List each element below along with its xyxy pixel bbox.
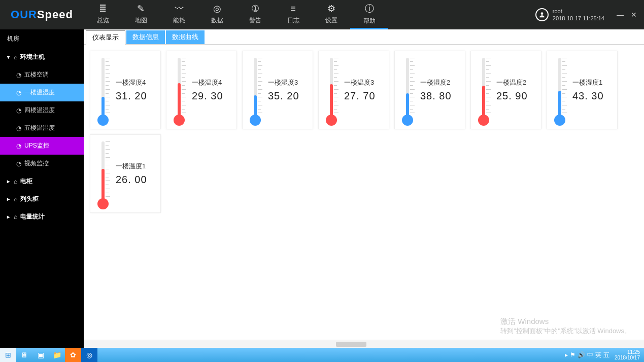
nav-item-3[interactable]: ◎数据 xyxy=(198,0,236,29)
taskbar-btn-app1[interactable]: ▣ xyxy=(32,348,49,362)
chevron-icon: ▸ xyxy=(7,196,10,202)
close-button[interactable]: ✕ xyxy=(631,11,637,19)
nav-icon: ✎ xyxy=(137,3,145,14)
tray-icon-1[interactable]: ⚑ xyxy=(569,351,577,358)
gauge-value: 35. 20 xyxy=(268,90,309,102)
thermometer-icon xyxy=(247,55,264,126)
sidebar-item-0-3[interactable]: ◔五楼温湿度 xyxy=(0,119,84,137)
sidebar-group-label: 电柜 xyxy=(20,177,32,186)
gauge-name: 一楼温度2 xyxy=(496,78,537,87)
tab-0[interactable]: 仪表显示 xyxy=(86,30,125,45)
tab-2[interactable]: 数据曲线 xyxy=(166,30,205,44)
sidebar-item-label: 视频监控 xyxy=(24,159,49,168)
sidebar-item-0-1[interactable]: ◔一楼温湿度 xyxy=(0,84,84,101)
sidebar-item-0-5[interactable]: ◔视频监控 xyxy=(0,155,84,172)
system-tray[interactable]: ▸⚑🔊中英五 xyxy=(564,351,611,359)
nav-icon: ≡ xyxy=(290,4,296,14)
taskbar-clock[interactable]: 11:25 2018/10/17 xyxy=(612,349,643,360)
taskbar-btn-start[interactable]: ⊞ xyxy=(0,348,16,362)
taskbar-btn-folder[interactable]: 📁 xyxy=(49,348,65,362)
gauge-icon: ◔ xyxy=(16,160,21,167)
nav-item-7[interactable]: ⓘ帮助 xyxy=(350,0,388,29)
taskbar-btn-xampp[interactable]: ✿ xyxy=(65,348,81,362)
chevron-icon: ▸ xyxy=(7,178,10,184)
gauge-name: 一楼温度1 xyxy=(116,162,156,171)
sidebar-group-2[interactable]: ▸⌂列头柜 xyxy=(0,190,84,208)
nav-item-6[interactable]: ⚙设置 xyxy=(312,0,350,29)
sidebar-item-label: 四楼温湿度 xyxy=(24,106,55,115)
window-controls: — ✕ xyxy=(609,0,644,29)
nav-icon: ① xyxy=(251,3,259,14)
tray-icon-0[interactable]: ▸ xyxy=(564,351,569,358)
sidebar-group-1[interactable]: ▸⌂电柜 xyxy=(0,172,84,190)
horizontal-scrollbar[interactable] xyxy=(84,340,644,348)
sidebar-header: 机房 xyxy=(0,29,84,48)
gauge-icon: ◔ xyxy=(16,89,21,96)
gauge-value: 29. 30 xyxy=(192,90,232,102)
avatar-icon xyxy=(535,8,549,21)
taskbar-btn-explorer[interactable]: 🖥 xyxy=(16,348,32,362)
tab-1[interactable]: 数据信息 xyxy=(126,30,165,44)
thermometer-icon xyxy=(399,55,416,126)
logo-part1: OUR xyxy=(11,8,37,21)
gauge-icon: ◔ xyxy=(16,125,21,132)
sidebar-group-3[interactable]: ▸⌂电量统计 xyxy=(0,208,84,226)
content-area: 仪表显示数据信息数据曲线 一楼湿度4 31. 20 一楼温度4 29. 30 xyxy=(84,29,644,348)
taskbar-btn-browser[interactable]: ◎ xyxy=(81,348,97,362)
sidebar-item-label: 五楼空调 xyxy=(24,70,49,79)
gauge-value: 27. 70 xyxy=(344,90,385,102)
nav-label: 总览 xyxy=(97,16,109,25)
nav-label: 日志 xyxy=(287,16,299,25)
chevron-icon: ▾ xyxy=(7,54,10,60)
nav-label: 设置 xyxy=(325,16,337,25)
gauge-value: 43. 30 xyxy=(572,90,613,102)
home-icon: ⌂ xyxy=(14,178,17,185)
thermometer-icon xyxy=(475,55,492,126)
thermometer-icon xyxy=(323,55,340,126)
app-logo: OURSpeed xyxy=(0,0,84,29)
nav-item-4[interactable]: ①警告 xyxy=(236,0,274,29)
minimize-button[interactable]: — xyxy=(617,11,624,19)
user-info: root 2018-10-17 11:25:14 xyxy=(553,8,604,22)
sidebar-item-0-2[interactable]: ◔四楼温湿度 xyxy=(0,101,84,119)
sidebar-item-0-0[interactable]: ◔五楼空调 xyxy=(0,66,84,84)
nav-label: 数据 xyxy=(211,16,223,25)
sidebar-item-0-4[interactable]: ◔UPS监控 xyxy=(0,137,84,155)
nav-item-1[interactable]: ✎地图 xyxy=(122,0,160,29)
tray-icon-2[interactable]: 🔊 xyxy=(577,351,586,358)
sidebar-group-label: 列头柜 xyxy=(20,195,39,203)
gauge-icon: ◔ xyxy=(16,107,21,114)
user-block[interactable]: root 2018-10-17 11:25:14 xyxy=(530,0,609,29)
nav-label: 警告 xyxy=(249,16,261,25)
home-icon: ⌂ xyxy=(14,213,17,221)
sidebar-group-0[interactable]: ▾⌂环境主机 xyxy=(0,48,84,66)
gauge-card-6: 一楼湿度1 43. 30 xyxy=(547,51,618,129)
gauge-name: 一楼温度3 xyxy=(344,78,385,87)
gauge-name: 一楼湿度4 xyxy=(116,78,156,87)
content-tabs: 仪表显示数据信息数据曲线 xyxy=(84,29,644,45)
top-nav: ≣总览✎地图〰能耗◎数据①警告≡日志⚙设置ⓘ帮助 xyxy=(84,0,388,29)
tray-icon-3[interactable]: 中 xyxy=(586,351,594,358)
tray-icon-4[interactable]: 英 xyxy=(594,351,602,358)
gauge-icon: ◔ xyxy=(16,142,21,150)
gauge-value: 38. 80 xyxy=(420,90,461,102)
thermometer-icon xyxy=(94,138,112,209)
taskbar-left: ⊞🖥▣📁✿◎ xyxy=(0,348,97,362)
nav-item-0[interactable]: ≣总览 xyxy=(84,0,122,29)
thermometer-icon xyxy=(171,55,188,126)
nav-icon: ⚙ xyxy=(327,3,335,14)
gauge-card-2: 一楼湿度3 35. 20 xyxy=(242,51,313,129)
nav-item-2[interactable]: 〰能耗 xyxy=(160,0,198,29)
gauge-panel: 一楼湿度4 31. 20 一楼温度4 29. 30 一楼湿度3 35. 20 xyxy=(84,45,644,340)
nav-item-5[interactable]: ≡日志 xyxy=(274,0,312,29)
main-area: 机房 ▾⌂环境主机◔五楼空调◔一楼温湿度◔四楼温湿度◔五楼温湿度◔UPS监控◔视… xyxy=(0,29,644,348)
logo-part2: Speed xyxy=(37,8,73,21)
gauge-card-4: 一楼湿度2 38. 80 xyxy=(394,51,465,129)
gauge-name: 一楼温度4 xyxy=(192,78,232,87)
gauge-cards: 一楼湿度4 31. 20 一楼温度4 29. 30 一楼湿度3 35. 20 xyxy=(90,51,638,213)
sidebar-item-label: 一楼温湿度 xyxy=(24,88,55,97)
user-name: root xyxy=(553,8,604,15)
tray-icon-5[interactable]: 五 xyxy=(602,351,611,358)
sidebar-group-label: 电量统计 xyxy=(20,212,45,221)
sidebar-item-label: 五楼温湿度 xyxy=(24,124,55,132)
